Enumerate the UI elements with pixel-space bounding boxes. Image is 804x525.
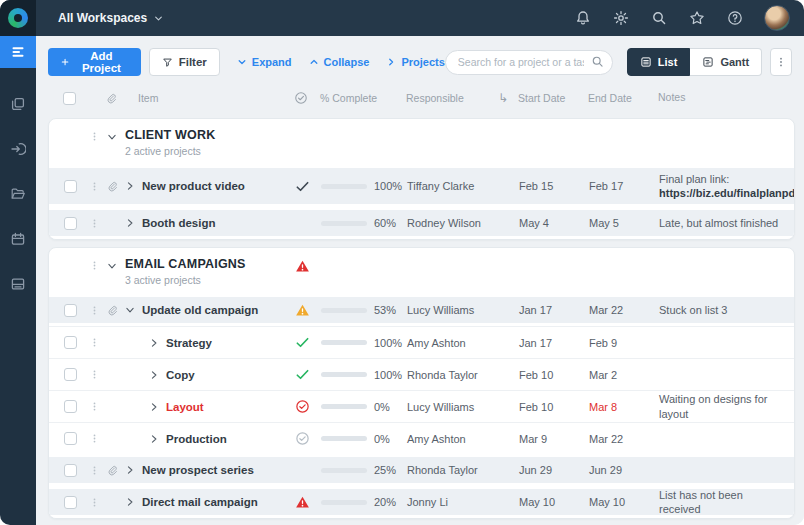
responsible-cell: Lucy Williams [407,401,499,413]
chevron-right-icon[interactable] [149,434,159,444]
user-avatar[interactable] [764,5,790,31]
end-date-cell: Jun 29 [589,464,659,476]
start-date-cell: May 10 [519,496,589,508]
sign-in-icon [10,141,26,157]
select-all-checkbox[interactable] [63,92,76,105]
table-row[interactable]: New prospect series 25% Rhonda Taylor Ju… [49,454,794,486]
projects-button[interactable]: Projects [386,56,444,68]
responsible-cell: Amy Ashton [407,337,499,349]
add-project-button[interactable]: Add Project [48,48,141,76]
bell-icon[interactable] [574,10,591,27]
progress-bar [321,184,367,189]
kebab-icon[interactable] [89,369,107,380]
filter-button[interactable]: Filter [149,48,220,76]
kebab-icon[interactable] [89,181,107,192]
kebab-icon[interactable] [89,465,107,476]
header-notes: Notes [658,91,685,103]
table-row[interactable]: Layout 0% Lucy Williams Feb 10 Mar 8 Wai… [49,390,794,422]
table-row[interactable]: Booth design 60% Rodney Wilson May 4 May… [49,207,794,239]
group-subtitle: 2 active projects [125,145,295,157]
search-icon[interactable] [650,10,667,27]
kebab-icon[interactable] [89,128,107,142]
note-text: Waiting on designs for layout [659,393,767,419]
kebab-icon[interactable] [89,497,107,508]
progress-value: 100% [374,369,402,381]
kebab-icon[interactable] [89,305,107,316]
item-label: Booth design [142,217,215,229]
list-view-button[interactable]: List [627,48,691,76]
chevron-right-icon[interactable] [149,402,159,412]
chevron-right-icon [386,57,396,67]
toolbar-kebab-button[interactable] [770,48,792,76]
row-checkbox[interactable] [64,400,77,413]
search-input[interactable] [445,50,613,75]
group-title: CLIENT WORK [125,128,295,142]
sidebar-item-requests[interactable] [0,133,36,165]
projects-label: Projects [401,56,444,68]
table-row[interactable]: Production 0% Amy Ashton Mar 9 Mar 22 [49,422,794,454]
sidebar-item-calendar[interactable] [0,223,36,255]
subtask-arrow-icon: ↳ [498,91,518,105]
chevron-right-icon[interactable] [125,497,135,507]
sidebar-item-projects-list[interactable] [0,36,36,68]
item-label: Production [166,433,227,445]
app-logo[interactable] [0,0,36,36]
progress-bar [321,500,367,505]
progress-value: 0% [374,401,390,413]
chevron-down-icon[interactable] [107,257,125,271]
row-checkbox[interactable] [64,336,77,349]
sidebar-item-files[interactable] [0,178,36,210]
project-group-card: EMAIL CAMPAIGNS 3 active projects Update… [48,247,795,519]
gantt-view-button[interactable]: Gantt [690,48,762,76]
sidebar-item-boards[interactable] [0,88,36,120]
responsible-cell: Jonny Li [407,496,499,508]
table-row[interactable]: Copy 100% Rhonda Taylor Feb 10 Mar 2 [49,358,794,390]
start-date-cell: Mar 9 [519,433,589,445]
group-subtitle: 3 active projects [125,274,295,286]
collapse-button[interactable]: Collapse [309,56,370,68]
table-row[interactable]: New product video 100% Tiffany Clarke Fe… [49,165,794,207]
table-row[interactable]: Strategy 100% Amy Ashton Jan 17 Feb 9 [49,326,794,358]
responsible-cell: Rodney Wilson [407,217,499,229]
table-row[interactable]: Update old campaign 53% Lucy Williams Ja… [49,294,794,326]
item-label: New prospect series [142,464,254,476]
row-checkbox[interactable] [64,368,77,381]
workspace-switcher[interactable]: All Workspaces [58,11,163,25]
help-icon[interactable] [726,10,743,27]
chevron-down-icon[interactable] [107,128,125,142]
chevron-right-icon[interactable] [125,465,135,475]
end-date-cell: Feb 17 [589,180,659,192]
chevron-right-icon[interactable] [125,181,135,191]
kebab-icon[interactable] [89,401,107,412]
progress-bar [321,221,367,226]
circle-check-icon [295,399,310,414]
row-checkbox[interactable] [64,180,77,193]
workspace-label: All Workspaces [58,11,147,25]
star-icon[interactable] [688,10,705,27]
calendar-icon [10,231,26,247]
sidebar-nav [0,36,36,525]
row-checkbox[interactable] [64,304,77,317]
chevron-down-icon [154,14,163,23]
sidebar-item-reports[interactable] [0,268,36,300]
kebab-icon[interactable] [89,337,107,348]
copy-stack-icon [10,96,26,112]
item-label: Layout [166,401,204,413]
expand-button[interactable]: Expand [237,56,292,68]
chevron-right-icon[interactable] [149,338,159,348]
progress-value: 60% [374,217,396,229]
row-checkbox[interactable] [64,464,77,477]
row-checkbox[interactable] [64,217,77,230]
chevron-right-icon[interactable] [149,370,159,380]
kebab-icon[interactable] [89,257,107,271]
chevron-right-icon[interactable] [125,218,135,228]
kebab-icon[interactable] [89,433,107,444]
kebab-icon[interactable] [89,218,107,229]
plus-icon [61,57,69,67]
gear-icon[interactable] [612,10,629,27]
row-checkbox[interactable] [64,496,77,509]
table-row[interactable]: Direct mail campaign 20% Jonny Li May 10… [49,486,794,518]
note-text: Final plan link: [659,173,729,185]
row-checkbox[interactable] [64,432,77,445]
chevron-down-icon[interactable] [125,305,135,315]
